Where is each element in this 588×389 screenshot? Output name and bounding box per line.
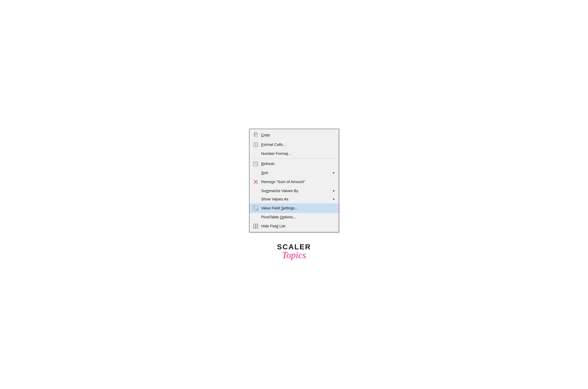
menu-item-remove[interactable]: Remove "Sum of Amount" (249, 177, 339, 187)
format-cells-icon (253, 142, 259, 148)
hide-field-list-label: Hide Field List (261, 224, 336, 228)
sort-arrow: ► (332, 171, 336, 175)
svg-rect-20 (255, 224, 258, 228)
format-cells-label: Format Cells... (261, 142, 336, 147)
sort-label: Sort (261, 171, 331, 175)
menu-item-sort[interactable]: Sort ► (249, 169, 339, 177)
menu-item-summarize-values-by[interactable]: Summarize Values By ► (249, 187, 339, 195)
hide-field-list-icon (253, 223, 259, 229)
branding: SCALER Topics (277, 243, 311, 260)
show-values-as-label: Show Values As (261, 197, 331, 201)
menu-item-value-field-settings[interactable]: Value Field Settings... (249, 203, 339, 213)
summarize-values-by-label: Summarize Values By (261, 189, 331, 193)
show-values-arrow: ► (332, 197, 336, 201)
menu-item-show-values-as[interactable]: Show Values As ► (249, 195, 339, 203)
menu-item-hide-field-list[interactable]: Hide Field List (249, 221, 339, 231)
page-wrapper: Copy Format Cells... Number Format... (249, 129, 339, 260)
value-field-settings-label: Value Field Settings... (261, 206, 336, 210)
svg-rect-9 (254, 143, 255, 144)
number-format-label: Number Format... (261, 151, 336, 156)
remove-label: Remove "Sum of Amount" (261, 180, 336, 184)
refresh-icon (253, 161, 259, 167)
svg-rect-1 (255, 133, 257, 137)
value-field-settings-icon (253, 205, 259, 211)
separator-1 (249, 158, 339, 159)
menu-item-copy[interactable]: Copy (249, 130, 339, 140)
remove-icon (253, 179, 259, 185)
copy-label: Copy (261, 133, 336, 137)
pivottable-options-label: PivotTable Options... (261, 215, 336, 219)
menu-item-pivottable-options[interactable]: PivotTable Options... (249, 213, 339, 221)
menu-item-number-format[interactable]: Number Format... (249, 150, 339, 158)
copy-icon (253, 132, 259, 138)
context-menu: Copy Format Cells... Number Format... (249, 129, 339, 232)
menu-item-refresh[interactable]: Refresh (249, 159, 339, 169)
summarize-arrow: ► (332, 189, 336, 193)
menu-item-format-cells[interactable]: Format Cells... (249, 140, 339, 150)
refresh-label: Refresh (261, 162, 336, 166)
branding-topics-text: Topics (282, 250, 306, 260)
